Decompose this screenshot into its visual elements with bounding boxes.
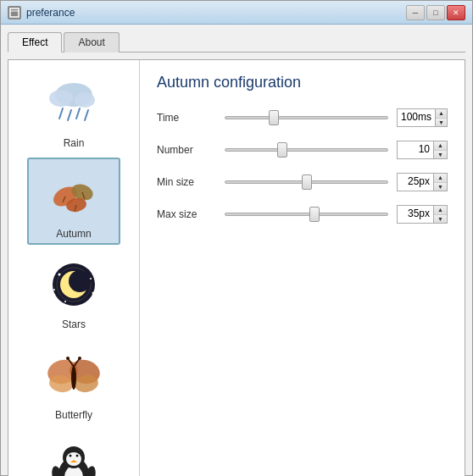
svg-point-24	[86, 303, 87, 305]
svg-rect-0	[10, 8, 19, 17]
window-body: Effect About	[1, 25, 472, 476]
maxsize-spinner[interactable]: 35px ▲ ▼	[397, 205, 448, 224]
effects-sidebar: Rain	[8, 60, 140, 476]
time-slider-thumb[interactable]	[269, 110, 279, 125]
maxsize-label: Max size	[157, 208, 216, 220]
number-value[interactable]: 10	[398, 141, 433, 158]
svg-point-32	[66, 357, 70, 360]
maxsize-increment-button[interactable]: ▲	[434, 206, 447, 215]
tab-about[interactable]: About	[64, 32, 119, 53]
window-title: preferance	[26, 7, 406, 19]
svg-line-6	[68, 110, 71, 120]
penguin-icon	[40, 434, 108, 476]
minsize-slider[interactable]	[225, 174, 388, 191]
minsize-value[interactable]: 25px	[398, 174, 433, 191]
minsize-decrement-button[interactable]: ▼	[434, 183, 447, 191]
svg-point-21	[53, 289, 55, 291]
stars-icon	[40, 253, 108, 317]
minimize-button[interactable]: ─	[406, 5, 425, 20]
butterfly-label: Butterfly	[55, 409, 92, 421]
maxsize-spinner-buttons: ▲ ▼	[433, 206, 447, 223]
maximize-button[interactable]: □	[426, 5, 445, 20]
number-decrement-button[interactable]: ▼	[434, 151, 447, 159]
svg-point-22	[92, 292, 95, 295]
butterfly-icon	[40, 344, 108, 407]
autumn-icon	[40, 163, 108, 226]
title-bar: preferance ─ □ ✕	[1, 1, 472, 25]
minsize-label: Min size	[157, 176, 216, 188]
time-value[interactable]: 100ms	[398, 109, 435, 126]
window-icon	[8, 6, 21, 19]
number-label: Number	[157, 144, 216, 156]
sidebar-item-butterfly[interactable]: Butterfly	[27, 339, 120, 426]
time-label: Time	[157, 112, 216, 124]
time-decrement-button[interactable]: ▼	[436, 119, 447, 127]
svg-point-40	[70, 455, 72, 457]
maxsize-decrement-button[interactable]: ▼	[434, 215, 447, 224]
minsize-slider-track	[225, 180, 388, 184]
time-slider[interactable]	[225, 109, 388, 126]
svg-point-33	[78, 357, 81, 360]
time-spinner[interactable]: 100ms ▲ ▼	[397, 108, 448, 127]
tab-bar: Effect About	[8, 31, 465, 53]
time-increment-button[interactable]: ▲	[436, 109, 447, 119]
minsize-row: Min size 25px ▲ ▼	[157, 173, 448, 191]
tab-content: Rain	[8, 59, 465, 476]
svg-point-18	[69, 270, 91, 292]
config-title: Autumn configuration	[157, 74, 448, 91]
number-slider[interactable]	[225, 141, 388, 158]
svg-point-3	[49, 90, 73, 107]
svg-point-29	[71, 366, 76, 390]
svg-point-19	[58, 274, 61, 276]
maxsize-slider[interactable]	[225, 206, 388, 223]
svg-point-23	[64, 301, 66, 302]
window-controls: ─ □ ✕	[406, 5, 465, 20]
svg-line-8	[85, 110, 88, 120]
svg-line-5	[59, 108, 63, 119]
svg-line-7	[76, 108, 80, 119]
minsize-spinner-buttons: ▲ ▼	[433, 174, 447, 191]
sidebar-item-stars[interactable]: Stars	[27, 248, 120, 335]
number-spinner[interactable]: 10 ▲ ▼	[397, 141, 448, 159]
number-slider-thumb[interactable]	[277, 142, 287, 158]
time-spinner-buttons: ▲ ▼	[435, 109, 447, 126]
svg-point-41	[76, 455, 79, 457]
autumn-label: Autumn	[56, 228, 91, 240]
time-slider-track	[225, 116, 388, 119]
minsize-increment-button[interactable]: ▲	[434, 174, 447, 183]
rain-icon	[40, 72, 108, 136]
svg-point-20	[90, 278, 92, 280]
minsize-slider-thumb[interactable]	[302, 174, 312, 190]
sidebar-item-penguin[interactable]	[27, 429, 120, 476]
tab-effect[interactable]: Effect	[8, 32, 62, 53]
maxsize-slider-thumb[interactable]	[309, 207, 320, 222]
number-spinner-buttons: ▲ ▼	[433, 141, 447, 158]
close-button[interactable]: ✕	[447, 5, 465, 20]
time-row: Time 100ms ▲ ▼	[157, 108, 448, 127]
number-increment-button[interactable]: ▲	[434, 141, 447, 151]
rain-label: Rain	[64, 137, 85, 149]
maxsize-row: Max size 35px ▲ ▼	[157, 205, 448, 224]
main-window: preferance ─ □ ✕ Effect About	[0, 0, 473, 476]
effects-list: Rain	[8, 60, 139, 476]
number-row: Number 10 ▲ ▼	[157, 141, 448, 159]
config-panel: Autumn configuration Time 100ms ▲ ▼	[140, 60, 465, 476]
svg-point-37	[66, 452, 81, 466]
sidebar-item-rain[interactable]: Rain	[27, 67, 120, 154]
minsize-spinner[interactable]: 25px ▲ ▼	[397, 173, 448, 191]
svg-point-4	[75, 92, 95, 108]
stars-label: Stars	[62, 318, 86, 330]
number-slider-track	[225, 148, 388, 152]
maxsize-value[interactable]: 35px	[398, 206, 433, 223]
sidebar-item-autumn[interactable]: Autumn	[27, 158, 120, 245]
maxsize-slider-track	[225, 213, 388, 216]
